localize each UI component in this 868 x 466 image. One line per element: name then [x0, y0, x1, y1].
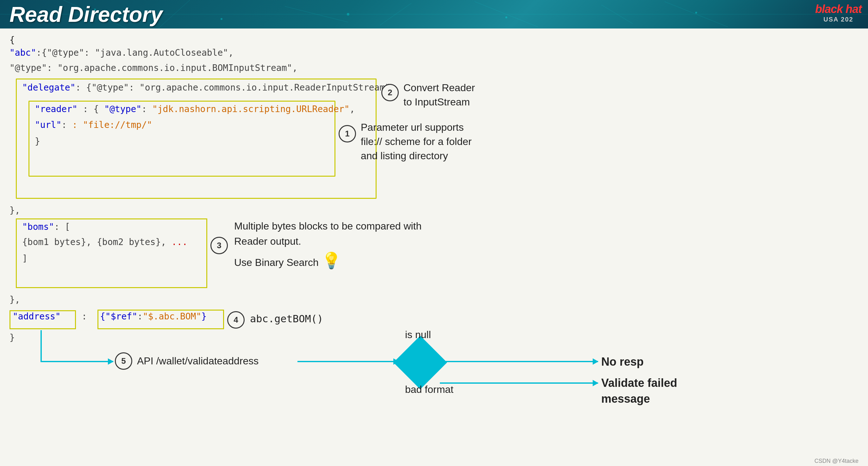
url-val: : "file://tmp/": [72, 120, 152, 130]
code-abc-key: "abc": [9, 48, 36, 58]
bad-format-label: bad format: [405, 382, 454, 397]
code-abc-val: :{"@type": "java.lang.AutoCloseable",: [36, 48, 234, 58]
code-boms: "boms": [: [22, 222, 70, 232]
content-layer: { "abc":{"@type": "java.lang.AutoCloseab…: [6, 32, 862, 466]
ann3: Multiple bytes blocks to be compared wit…: [234, 219, 422, 272]
logo-sub: USA 202: [815, 16, 862, 23]
ann2: Convert Readerto InputStream: [403, 81, 475, 109]
code-line1: {: [9, 35, 15, 45]
code-address: "address": [13, 311, 61, 322]
code-ref: {"$ref":"$.abc.BOM"}: [100, 311, 207, 322]
code-line3: "@type": "org.apache.commons.io.input.BO…: [9, 63, 298, 73]
svg-point-3: [94, 8, 96, 10]
getbom-annotation: abc.getBOM(): [250, 312, 323, 326]
circle-1: 1: [339, 125, 356, 142]
logo-suffix: t: [858, 3, 862, 16]
validate-failed-label: Validate failedmessage: [601, 375, 677, 407]
code-reader: "reader" : { "@type": "jdk.nashorn.api.s…: [35, 104, 355, 114]
code-url: "url": : "file://tmp/": [35, 120, 152, 130]
circle-2: 2: [381, 84, 399, 101]
code-close-abc: },: [9, 205, 20, 215]
delegate-key: "delegate": [22, 82, 75, 93]
ann1: Parameter url supportsfile:// scheme for…: [361, 120, 471, 163]
circle-4: 4: [227, 311, 245, 329]
code-line2: "abc":{"@type": "java.lang.AutoCloseable…: [9, 48, 234, 58]
reader-type: : {: [78, 104, 104, 114]
code-address-colon: :: [82, 311, 87, 322]
api-to-diamond-arrow: [298, 361, 399, 362]
no-resp-label: No resp: [601, 354, 644, 370]
code-boms-close: ]: [22, 253, 28, 264]
blackhat-logo: black hat USA 202: [815, 3, 862, 23]
svg-point-12: [695, 12, 697, 13]
code-delegate: "delegate": {"@type": "org.apache.common…: [22, 82, 396, 93]
delegate-val: : {"@type": "org.apache.commons.io.input…: [75, 82, 396, 93]
logo-brand: black ha: [815, 3, 858, 16]
code-outer-close: },: [9, 294, 20, 305]
circle-3: 3: [211, 237, 228, 254]
code-outer-close2: }: [9, 332, 15, 343]
flow-diamond: [393, 336, 447, 389]
code-line3-text: "@type": "org.apache.commons.io.input.BO…: [9, 63, 298, 73]
code-boms-items: {bom1 bytes}, {bom2 bytes}, ...: [22, 237, 188, 247]
reader-key: "reader": [35, 104, 78, 114]
api-annotation: API /wallet/validateaddress: [137, 354, 258, 368]
is-null-label: is null: [405, 328, 431, 342]
svg-point-4: [221, 18, 222, 20]
is-null-arrow: [440, 361, 598, 362]
svg-point-9: [505, 17, 507, 18]
url-key: "url": [35, 120, 61, 130]
code-close-reader: }: [35, 136, 40, 147]
lightbulb-icon: 💡: [321, 252, 341, 269]
header-bar: Read Directory black hat USA 202: [0, 0, 868, 28]
bad-format-arrow: [440, 382, 598, 384]
boms-key: "boms": [22, 222, 54, 232]
watermark: CSDN @Y4tacke: [814, 458, 859, 464]
l-arrow-horizontal: [40, 361, 113, 362]
l-arrow-vertical: [40, 330, 42, 362]
address-key: "address": [13, 311, 61, 322]
boms-val: : [: [54, 222, 70, 232]
svg-point-7: [347, 13, 349, 16]
circle-5: 5: [115, 352, 132, 370]
